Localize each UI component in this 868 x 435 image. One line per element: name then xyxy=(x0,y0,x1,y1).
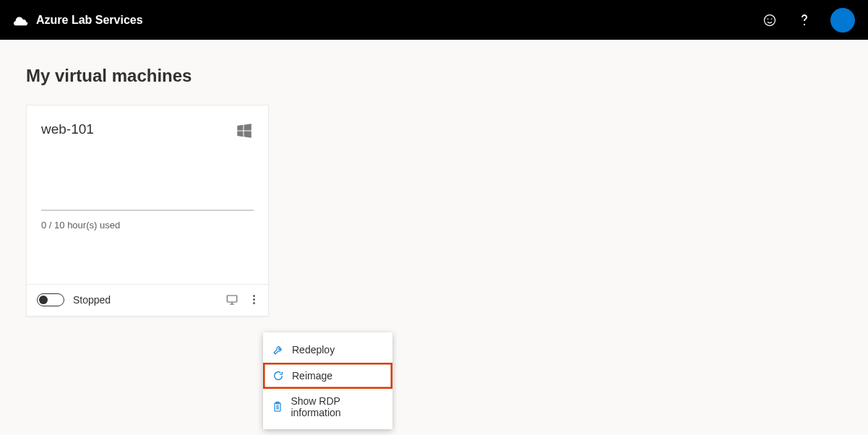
svg-point-1 xyxy=(768,18,769,20)
vm-status: Stopped xyxy=(73,294,111,306)
svg-rect-3 xyxy=(227,296,237,302)
vm-card-footer: Stopped xyxy=(27,284,268,316)
header-actions xyxy=(761,8,855,33)
connect-icon[interactable] xyxy=(225,293,239,306)
azure-logo-icon xyxy=(13,12,29,28)
wrench-icon xyxy=(272,343,285,356)
svg-point-0 xyxy=(765,14,775,25)
hours-used-label: 0 / 10 hour(s) used xyxy=(27,211,268,231)
vm-name: web-101 xyxy=(41,121,94,137)
menu-item-show-rdp-information[interactable]: Show RDP information xyxy=(263,389,392,425)
refresh-icon xyxy=(272,369,285,382)
page-content: My virtual machines web-101 0 / 10 hour(… xyxy=(0,40,868,343)
menu-item-label: Reimage xyxy=(292,370,332,382)
page-title: My virtual machines xyxy=(26,66,842,86)
menu-item-redeploy[interactable]: Redeploy xyxy=(263,337,392,363)
power-toggle[interactable] xyxy=(37,293,64,306)
app-title: Azure Lab Services xyxy=(36,14,143,27)
windows-os-icon xyxy=(235,121,254,143)
more-options-button[interactable] xyxy=(250,292,258,307)
header-brand: Azure Lab Services xyxy=(13,12,143,28)
user-avatar[interactable] xyxy=(830,8,855,33)
menu-item-label: Redeploy xyxy=(292,344,335,356)
clipboard-icon xyxy=(272,400,283,413)
vm-context-menu: RedeployReimageShow RDP information xyxy=(263,332,392,429)
svg-point-2 xyxy=(771,18,773,20)
feedback-icon[interactable] xyxy=(761,12,778,29)
vm-card: web-101 0 / 10 hour(s) used Stopped xyxy=(26,105,269,316)
app-header: Azure Lab Services xyxy=(0,0,868,40)
menu-item-label: Show RDP information xyxy=(291,395,384,418)
help-icon[interactable] xyxy=(796,12,813,29)
menu-item-reimage[interactable]: Reimage xyxy=(263,363,392,389)
